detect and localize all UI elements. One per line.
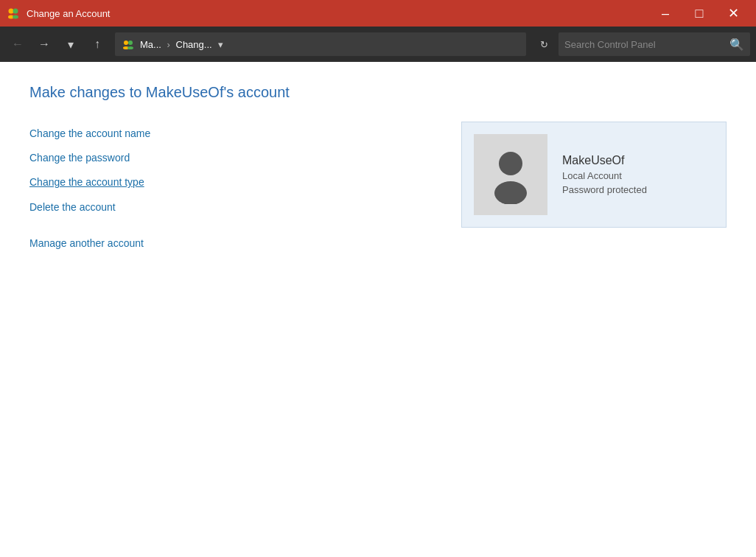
change-account-name-link[interactable]: Change the account name [29,122,432,146]
breadcrumb-separator: › [167,39,170,50]
nav-bar: ← → ▾ ↑ Ma... › Chang... ▾ ↻ 🔍 [0,27,756,62]
search-input[interactable] [564,39,729,50]
search-button[interactable]: 🔍 [729,38,744,52]
svg-point-3 [13,15,18,19]
title-bar: Change an Account – □ ✕ [0,0,756,27]
page-title: Make changes to MakeUseOf's account [29,84,727,101]
refresh-button[interactable]: ↻ [532,32,556,56]
account-info: MakeUseOf Local Account Password protect… [562,154,647,195]
account-card: MakeUseOf Local Account Password protect… [461,122,727,228]
breadcrumb-part1: Ma... › Chang... [140,39,212,50]
breadcrumb-accounts-icon [121,37,136,52]
forward-button[interactable]: → [32,32,56,56]
svg-point-0 [9,9,14,14]
title-bar-left: Change an Account [6,6,110,21]
account-detail-type: Local Account [562,170,647,181]
svg-point-4 [124,41,128,45]
account-name: MakeUseOf [562,154,647,167]
window-title: Change an Account [27,8,110,19]
title-bar-controls: – □ ✕ [648,0,750,27]
maximize-button[interactable]: □ [682,0,716,27]
minimize-button[interactable]: – [648,0,682,27]
svg-point-9 [494,181,527,204]
links-section: Change the account name Change the passw… [29,122,432,256]
account-detail-password: Password protected [562,184,647,195]
main-content: Make changes to MakeUseOf's account Chan… [0,62,756,557]
up-button[interactable]: ↑ [85,32,109,56]
close-button[interactable]: ✕ [716,0,750,27]
svg-point-7 [127,46,133,49]
breadcrumb-bar[interactable]: Ma... › Chang... ▾ [115,32,526,56]
manage-another-account-link[interactable]: Manage another account [29,231,432,256]
svg-point-1 [13,9,18,14]
svg-point-5 [128,41,133,45]
avatar-container [474,134,547,215]
delete-account-link[interactable]: Delete the account [29,195,432,220]
window-icon [6,6,21,21]
content-layout: Change the account name Change the passw… [29,122,727,256]
avatar-icon [485,145,536,204]
change-account-type-link[interactable]: Change the account type [29,170,432,195]
svg-point-8 [499,152,522,175]
breadcrumb-dropdown-button[interactable]: ▾ [212,32,230,56]
back-button[interactable]: ← [6,32,29,56]
recent-locations-button[interactable]: ▾ [59,32,83,56]
change-password-link[interactable]: Change the password [29,146,432,170]
search-bar: 🔍 [559,32,750,56]
